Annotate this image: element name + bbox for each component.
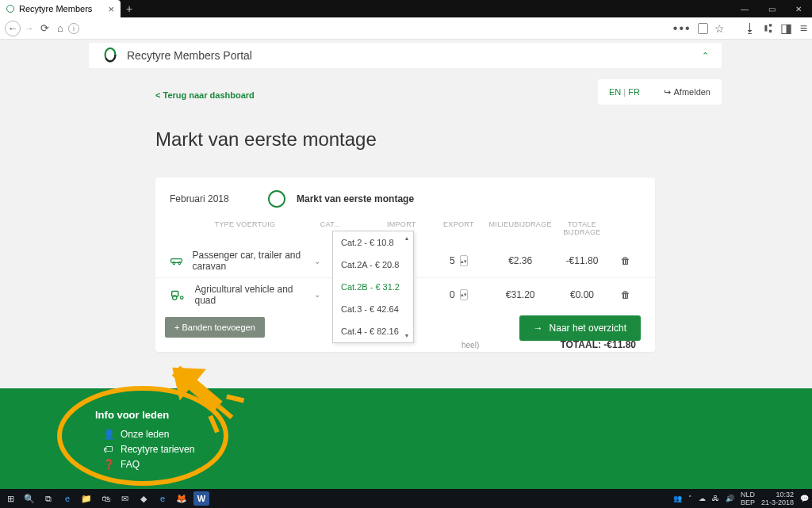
vehicle-dropdown-icon[interactable]: ⌄ (314, 290, 320, 299)
person-icon: 👤 (103, 429, 113, 440)
url-input[interactable] (95, 21, 665, 36)
dropdown-item[interactable]: Cat.2 - € 10.8 (333, 231, 413, 254)
section-icon (268, 190, 285, 208)
wheel-hint-text: heel) (462, 341, 479, 349)
tracking-shield-icon[interactable] (698, 23, 708, 34)
car-icon (170, 254, 184, 267)
page-title: Markt van eerste montage (155, 128, 377, 151)
th-totale: TOTALE BIJDRAGE (553, 220, 611, 236)
category-dropdown[interactable]: Cat.2 - € 10.8 Cat.2A - € 20.8 Cat.2B - … (332, 231, 414, 343)
library-icon[interactable]: ⑆ (764, 21, 772, 36)
portal-utility-bar: EN | FR ↪ Afmelden (598, 79, 722, 105)
vehicle-name: Passenger car, trailer and caravan (192, 250, 313, 272)
task-view-icon[interactable]: ⧉ (41, 491, 56, 506)
export-stepper[interactable]: ▴▾ (460, 289, 468, 300)
lang-en-link[interactable]: EN (609, 87, 621, 97)
section-title: Markt van eerste montage (297, 193, 414, 204)
page-viewport: Recytyre Members Portal ⌃ EN | FR ↪ Afme… (0, 40, 812, 489)
menu-icon[interactable]: ≡ (800, 21, 807, 36)
mail-icon[interactable]: ✉ (117, 491, 132, 506)
scroll-up-icon[interactable]: ▴ (405, 235, 412, 242)
network-icon[interactable]: 🖧 (712, 495, 719, 502)
scroll-down-icon[interactable]: ▾ (405, 332, 412, 339)
lang-separator: | (623, 87, 626, 97)
window-minimize-button[interactable]: — (731, 0, 758, 17)
dropdown-item[interactable]: Cat.4 - € 82.16 (333, 320, 413, 342)
footer-link-tariffs[interactable]: 🏷Recytyre tarieven (95, 442, 812, 457)
go-to-overview-button[interactable]: → Naar het overzicht (519, 315, 641, 341)
tractor-icon (170, 288, 186, 301)
word-icon[interactable]: W (193, 491, 209, 506)
site-info-icon[interactable]: i (68, 23, 79, 34)
windows-taskbar: ⊞ 🔍 ⧉ e 📁 🛍 ✉ ◆ e 🦊 W 👥 ˄ ☁ 🖧 🔊 NLD BEP … (0, 489, 812, 508)
lang-fr-link[interactable]: FR (628, 87, 640, 97)
th-export: EXPORT (430, 220, 487, 236)
search-icon[interactable]: 🔍 (22, 491, 36, 506)
nav-reload-button[interactable]: ⟳ (36, 21, 52, 36)
portal-header-bar: Recytyre Members Portal ⌃ (89, 43, 722, 68)
sidebar-icon[interactable]: ◨ (780, 21, 792, 36)
app-icon[interactable]: ◆ (136, 491, 151, 506)
bookmark-star-icon[interactable]: ☆ (714, 22, 725, 35)
window-close-button[interactable]: ✕ (785, 0, 812, 17)
file-explorer-icon[interactable]: 📁 (79, 491, 94, 506)
overview-btn-label: Naar het overzicht (550, 323, 626, 334)
volume-icon[interactable]: 🔊 (726, 495, 734, 502)
export-stepper[interactable]: ▴▾ (460, 255, 468, 266)
dropdown-item[interactable]: Cat.3 - € 42.64 (333, 298, 413, 320)
firefox-icon[interactable]: 🦊 (174, 491, 189, 506)
new-tab-button[interactable]: + (121, 0, 138, 17)
vehicle-dropdown-icon[interactable]: ⌄ (314, 257, 320, 265)
people-icon[interactable]: 👥 (673, 495, 682, 502)
nav-back-button[interactable]: ← (5, 21, 21, 36)
th-milieu: MILIEUBIJDRAGE (487, 220, 553, 236)
total-value: -€11.80 (553, 255, 611, 266)
period-label: Februari 2018 (170, 193, 257, 204)
dropdown-item[interactable]: Cat.2A - € 20.8 (333, 254, 413, 276)
site-footer: Info voor leden 👤Onze leden 🏷Recytyre ta… (0, 388, 812, 489)
delete-row-icon[interactable]: 🗑 (611, 255, 641, 266)
store-icon[interactable]: 🛍 (98, 491, 113, 506)
ie-icon[interactable]: e (155, 491, 170, 506)
tab-favicon (6, 5, 14, 13)
more-actions-icon[interactable]: ••• (673, 21, 691, 36)
svg-point-3 (173, 262, 175, 265)
start-button[interactable]: ⊞ (3, 491, 17, 506)
arrow-right-icon: → (534, 323, 543, 334)
action-center-icon[interactable]: 💬 (800, 495, 809, 502)
export-value: 5 (450, 255, 455, 266)
tray-expand-icon[interactable]: ˄ (688, 495, 692, 502)
system-clock[interactable]: 10:3221-3-2018 (761, 491, 794, 506)
tab-title: Recytyre Members (19, 4, 92, 13)
footer-title: Info voor leden (95, 409, 812, 421)
export-value: 0 (450, 289, 455, 300)
browser-tab[interactable]: Recytyre Members × (0, 0, 121, 17)
nav-home-button[interactable]: ⌂ (52, 21, 68, 36)
dropdown-item-selected[interactable]: Cat.2B - € 31.2 (333, 276, 413, 298)
input-lang[interactable]: NLD BEP (741, 491, 755, 506)
delete-row-icon[interactable]: 🗑 (611, 289, 641, 300)
nav-forward-button[interactable]: → (21, 21, 36, 36)
milieu-value: €2.36 (487, 255, 553, 266)
svg-point-7 (180, 296, 183, 299)
window-restore-button[interactable]: ▭ (758, 0, 785, 17)
total-value: €0.00 (553, 289, 611, 300)
portal-title: Recytyre Members Portal (127, 49, 252, 62)
downloads-icon[interactable]: ⭳ (744, 21, 756, 36)
collapse-icon[interactable]: ⌃ (702, 51, 709, 61)
browser-tab-strip: Recytyre Members × + — ▭ ✕ (0, 0, 812, 17)
logout-link[interactable]: ↪ Afmelden (664, 87, 710, 97)
dropdown-scrollbar[interactable]: ▴▾ (405, 235, 412, 339)
onedrive-icon[interactable]: ☁ (699, 495, 706, 502)
tag-icon: 🏷 (103, 444, 113, 455)
back-to-dashboard-link[interactable]: < Terug naar dashboard (155, 90, 255, 100)
help-icon: ❓ (103, 459, 113, 470)
footer-link-faq[interactable]: ❓FAQ (95, 457, 812, 472)
edge-icon[interactable]: e (60, 491, 75, 506)
add-tyres-button[interactable]: + Banden toevoegen (165, 317, 265, 338)
footer-link-members[interactable]: 👤Onze leden (95, 427, 812, 442)
browser-toolbar: ← → ⟳ ⌂ i ••• ☆ ⭳ ⑆ ◨ ≡ (0, 17, 812, 40)
recytyre-logo (102, 47, 119, 64)
milieu-value: €31.20 (487, 289, 553, 300)
tab-close-icon[interactable]: × (108, 3, 114, 15)
